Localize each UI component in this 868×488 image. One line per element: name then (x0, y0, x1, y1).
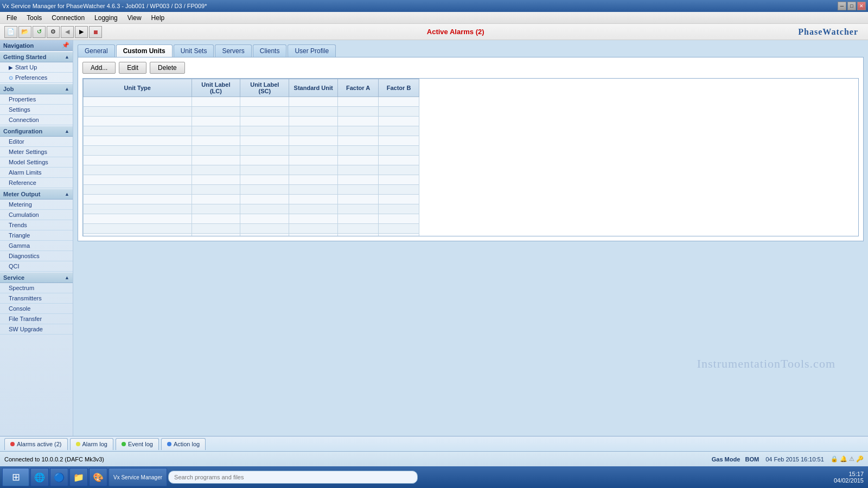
section-job[interactable]: Job ▲ (0, 84, 73, 94)
table-row (84, 214, 419, 224)
add-button[interactable]: Add... (82, 62, 116, 74)
menu-file[interactable]: File (2, 13, 21, 23)
event-log-label: Event log (128, 441, 153, 447)
table-row (84, 234, 419, 236)
taskbar-icon-4[interactable]: 🎨 (89, 468, 107, 486)
table-row (84, 224, 419, 234)
table-panel: Add... Edit Delete Unit Type Unit Label … (78, 57, 864, 241)
col-unit-label-sc: Unit Label (SC) (240, 79, 289, 97)
toolbar-btn-1[interactable]: 📄 (4, 26, 17, 38)
toolbar-btn-3[interactable]: ↺ (33, 26, 46, 38)
taskbar-icon-1[interactable]: 🌐 (30, 468, 49, 486)
status-action-log[interactable]: Action log (161, 438, 206, 450)
datetime-label: 04 Feb 2015 16:10:51 (765, 456, 824, 463)
taskbar-app-phasewatcher[interactable]: Vx Service Manager (108, 468, 167, 486)
sidebar-item-cumulation[interactable]: Cumulation (0, 210, 73, 220)
nav-header: Navigation 📌 (0, 40, 73, 51)
alarm-log-dot (76, 442, 80, 446)
table-row (84, 165, 419, 175)
sidebar-item-meter-settings[interactable]: Meter Settings (0, 147, 73, 157)
sidebar-item-console[interactable]: Console (0, 304, 73, 314)
close-button[interactable]: ✕ (857, 2, 866, 10)
menu-connection[interactable]: Connection (47, 13, 89, 23)
alarms-active-label: Alarms active (2) (17, 441, 62, 447)
brand-logo: PhaseWatcher (798, 27, 858, 37)
sidebar-item-diagnostics[interactable]: Diagnostics (0, 251, 73, 261)
toolbar-btn-7[interactable]: ⏹ (89, 26, 102, 38)
section-configuration[interactable]: Configuration ▲ (0, 126, 73, 137)
sidebar-item-spectrum[interactable]: Spectrum (0, 283, 73, 293)
sidebar-item-trends[interactable]: Trends (0, 220, 73, 230)
menu-logging[interactable]: Logging (90, 13, 122, 23)
sidebar-item-sw-upgrade[interactable]: SW Upgrade (0, 324, 73, 335)
nav-pin-icon[interactable]: 📌 (62, 42, 69, 49)
alarm-log-label: Alarm log (82, 441, 107, 447)
title-bar: Vx Service Manager for PhaseWatcher 4.6.… (0, 0, 868, 12)
main-layout: Navigation 📌 Getting Started ▲ ▶ Start U… (0, 40, 868, 436)
status-bar: Alarms active (2) Alarm log Event log Ac… (0, 436, 868, 451)
taskbar-icon-3[interactable]: 📁 (69, 468, 88, 486)
toolbar-btn-4[interactable]: ⚙ (47, 26, 60, 38)
col-standard-unit: Standard Unit (289, 79, 338, 97)
section-meter-output[interactable]: Meter Output ▲ (0, 189, 73, 200)
col-factor-b: Factor B (379, 79, 419, 97)
status-alarms-active[interactable]: Alarms active (2) (4, 438, 68, 450)
sidebar-item-preferences[interactable]: ⊙ Preferences (0, 73, 73, 83)
section-getting-started[interactable]: Getting Started ▲ (0, 52, 73, 62)
toolbar-btn-2[interactable]: 📂 (18, 26, 31, 38)
table-row (84, 185, 419, 195)
sidebar-item-startup[interactable]: ▶ Start Up (0, 62, 73, 73)
taskbar-search[interactable] (168, 471, 418, 484)
sidebar-item-metering[interactable]: Metering (0, 200, 73, 210)
delete-button[interactable]: Delete (150, 62, 185, 74)
table-scroll[interactable]: Unit Type Unit Label (LC) Unit Label (SC… (83, 79, 858, 236)
table-row (84, 97, 419, 107)
table-wrapper: Unit Type Unit Label (LC) Unit Label (SC… (82, 78, 859, 236)
custom-units-table: Unit Type Unit Label (LC) Unit Label (SC… (83, 79, 419, 236)
edit-button[interactable]: Edit (119, 62, 146, 74)
sidebar-item-file-transfer[interactable]: File Transfer (0, 314, 73, 324)
menu-view[interactable]: View (123, 13, 146, 23)
col-unit-type: Unit Type (84, 79, 192, 97)
tab-servers[interactable]: Servers (215, 44, 251, 57)
sidebar-item-qci[interactable]: QCI (0, 261, 73, 272)
menu-tools[interactable]: Tools (22, 13, 46, 23)
table-row (84, 204, 419, 214)
tab-general[interactable]: General (78, 44, 115, 57)
sidebar-item-gamma[interactable]: Gamma (0, 241, 73, 251)
table-row (84, 136, 419, 146)
table-row (84, 107, 419, 117)
bottom-bar: Connected to 10.0.0.2 (DAFC Mk3v3) Gas M… (0, 451, 868, 466)
tab-custom-units[interactable]: Custom Units (116, 44, 173, 57)
sidebar-item-settings[interactable]: Settings (0, 105, 73, 115)
taskbar-clock: 15:17 04/02/2015 (834, 471, 866, 484)
menu-help[interactable]: Help (147, 13, 169, 23)
tab-clients[interactable]: Clients (253, 44, 287, 57)
start-button[interactable]: ⊞ (2, 468, 29, 486)
sidebar-item-triangle[interactable]: Triangle (0, 230, 73, 241)
nav-title: Navigation (3, 42, 34, 49)
minimize-button[interactable]: ─ (838, 2, 846, 10)
status-event-log[interactable]: Event log (116, 438, 159, 450)
sidebar-item-properties[interactable]: Properties (0, 94, 73, 105)
toolbar-btn-5[interactable]: ◀ (61, 26, 74, 38)
action-log-label: Action log (174, 441, 200, 447)
maximize-button[interactable]: □ (847, 2, 856, 10)
taskbar-icon-2[interactable]: 🔵 (50, 468, 68, 486)
status-alarm-log[interactable]: Alarm log (70, 438, 113, 450)
sidebar-item-transmitters[interactable]: Transmitters (0, 293, 73, 304)
status-icons: 🔒 🔔 ⚠ 🔑 (831, 455, 864, 463)
job-arrow: ▲ (65, 86, 69, 92)
toolbar-btn-6[interactable]: ▶ (75, 26, 88, 38)
section-service[interactable]: Service ▲ (0, 273, 73, 283)
tab-bar: General Custom Units Unit Sets Servers C… (78, 44, 864, 57)
sidebar-item-model-settings[interactable]: Model Settings (0, 157, 73, 168)
tab-unit-sets[interactable]: Unit Sets (174, 44, 214, 57)
sidebar-item-connection[interactable]: Connection (0, 115, 73, 125)
tab-user-profile[interactable]: User Profile (288, 44, 336, 57)
bottom-right: Gas Mode BOM 04 Feb 2015 16:10:51 🔒 🔔 ⚠ … (712, 455, 864, 463)
sidebar-item-reference[interactable]: Reference (0, 178, 73, 188)
table-row (84, 156, 419, 165)
sidebar-item-alarm-limits[interactable]: Alarm Limits (0, 168, 73, 178)
sidebar-item-editor[interactable]: Editor (0, 137, 73, 147)
